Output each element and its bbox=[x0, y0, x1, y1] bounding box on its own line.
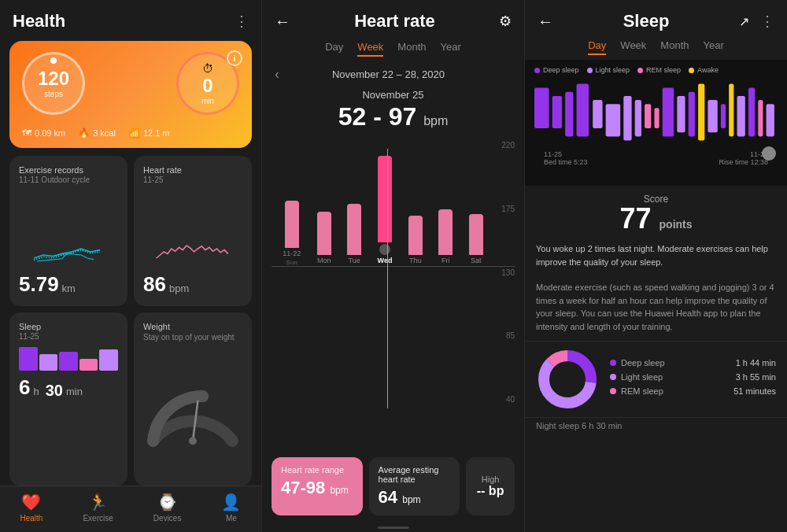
light-seg4 bbox=[635, 100, 641, 136]
weight-subtitle: Stay on top of your weight bbox=[143, 333, 242, 342]
rem-seg3 bbox=[758, 100, 763, 136]
sleep-bars-mini bbox=[19, 347, 118, 371]
sleep-tab-week[interactable]: Week bbox=[620, 39, 646, 55]
hr-high-value: -- bp bbox=[477, 484, 504, 498]
score-value: 77 points bbox=[536, 205, 776, 233]
hr-unit: bpm bbox=[169, 283, 189, 294]
tab-day[interactable]: Day bbox=[325, 41, 343, 57]
sleep-tab-year[interactable]: Year bbox=[703, 39, 723, 55]
sleep-tab-month[interactable]: Month bbox=[660, 39, 689, 55]
legend-rem-label: REM sleep bbox=[646, 66, 681, 74]
hr-bar-thu-bar bbox=[408, 216, 423, 255]
deep-sleep-bar bbox=[19, 347, 38, 371]
hr-avg-card-title: Average resting heart rate bbox=[379, 465, 451, 484]
nav-me[interactable]: 👤 Me bbox=[221, 493, 241, 523]
date-nav: ‹ November 22 – 28, 2020 bbox=[262, 63, 524, 86]
health-header: Health ⋮ bbox=[0, 0, 261, 38]
deep-seg8 bbox=[748, 88, 755, 137]
stage-deep-dot bbox=[610, 360, 616, 366]
nav-devices[interactable]: ⌚ Devices bbox=[153, 493, 182, 523]
rise-time-date: 11-25 bbox=[719, 150, 768, 158]
health-title: Health bbox=[13, 11, 65, 31]
sleep-donut-chart bbox=[536, 348, 599, 411]
hr-label-wed: Wed bbox=[378, 257, 393, 264]
heart-rate-panel: ← Heart rate ⚙ Day Week Month Year ‹ Nov… bbox=[262, 0, 525, 532]
sleep-more-icon[interactable]: ⋮ bbox=[760, 13, 774, 30]
rem-bar bbox=[79, 359, 98, 371]
hr-label-tue: Tue bbox=[349, 257, 360, 264]
night-sleep-row: Night sleep 6 h 30 min bbox=[525, 417, 787, 434]
grid-label-85: 85 bbox=[501, 331, 515, 340]
hr-sublabel-sun: Sun bbox=[286, 259, 297, 266]
tab-month[interactable]: Month bbox=[397, 41, 426, 57]
awake-seg2 bbox=[729, 83, 733, 136]
deep-seg5 bbox=[663, 88, 674, 137]
deep-seg3 bbox=[565, 92, 573, 137]
sleep-h-unit: h bbox=[33, 386, 39, 397]
sleep-header: ← Sleep ↗ ⋮ bbox=[525, 0, 787, 38]
heart-rate-card[interactable]: Heart rate 11-25 86 bpm bbox=[134, 156, 252, 306]
hr-range-number: 47-98 bbox=[281, 478, 325, 497]
exercise-value-row: 5.79 km bbox=[19, 272, 118, 297]
deep-seg6 bbox=[689, 92, 695, 137]
tab-week[interactable]: Week bbox=[357, 41, 383, 57]
tab-year[interactable]: Year bbox=[440, 41, 460, 57]
hr-tab-row: Day Week Month Year bbox=[262, 38, 524, 63]
floors-value: 12.1 m bbox=[143, 128, 170, 138]
devices-nav-icon: ⌚ bbox=[157, 493, 177, 512]
hr-avg-card-unit: bpm bbox=[402, 494, 420, 505]
hr-bar-tue-bar bbox=[347, 204, 361, 255]
light-seg5 bbox=[677, 96, 685, 132]
sleep-description1: You woke up 2 times last night. Moderate… bbox=[525, 238, 787, 273]
sleep-minutes: 30 bbox=[46, 382, 63, 400]
hr-range-unit: bpm bbox=[423, 114, 448, 127]
legend-rem-sleep: REM sleep bbox=[637, 66, 681, 74]
activity-card-header: 120 steps ⏱ 0 min i bbox=[22, 52, 239, 115]
hr-bar-tue: Tue bbox=[347, 204, 361, 266]
hr-panel-title: Heart rate bbox=[354, 11, 435, 31]
nav-health[interactable]: ❤️ Health bbox=[20, 493, 43, 523]
me-nav-label: Me bbox=[226, 514, 237, 523]
sleep-tab-day[interactable]: Day bbox=[588, 39, 606, 55]
hr-value-row: 86 bpm bbox=[143, 272, 242, 297]
hr-card-date: 11-25 bbox=[143, 175, 242, 184]
hr-header: ← Heart rate ⚙ bbox=[262, 0, 524, 38]
stage-light-time: 3 h 55 min bbox=[736, 372, 776, 382]
legend-deep-sleep: Deep sleep bbox=[534, 66, 579, 74]
nav-exercise[interactable]: 🏃 Exercise bbox=[83, 493, 113, 523]
rem-seg2 bbox=[654, 108, 659, 128]
legend-awake-label: Awake bbox=[697, 66, 719, 74]
hr-avg-card-value: 64 bpm bbox=[379, 487, 451, 508]
bed-time-label: 11-25 Bed time 5:23 bbox=[544, 150, 588, 166]
sleep-header-right: ↗ ⋮ bbox=[739, 13, 774, 30]
score-unit: points bbox=[660, 218, 693, 231]
prev-date-button[interactable]: ‹ bbox=[275, 66, 279, 83]
timer-label: min bbox=[201, 97, 214, 105]
hr-bar-wed: Wed bbox=[378, 156, 393, 266]
floors-icon: 📶 bbox=[128, 127, 140, 139]
more-options-icon[interactable]: ⋮ bbox=[235, 13, 249, 30]
sleep-back-button[interactable]: ← bbox=[538, 13, 553, 31]
sleep-slider-handle[interactable] bbox=[762, 146, 776, 161]
info-icon[interactable]: i bbox=[227, 50, 242, 66]
weight-card[interactable]: Weight Stay on top of your weight bbox=[134, 312, 252, 486]
exercise-chart bbox=[19, 189, 118, 268]
exercise-nav-icon: 🏃 bbox=[88, 493, 108, 512]
hr-bars-chart: 11-22 Sun Mon Tue Wed bbox=[272, 141, 515, 267]
sleep-donut-section: Deep sleep 1 h 44 min Light sleep 3 h 55… bbox=[525, 341, 787, 417]
exercise-card[interactable]: Exercise records 11-11 Outdoor cycle 5.7… bbox=[9, 156, 127, 306]
sleep-legend: Deep sleep Light sleep REM sleep Awake bbox=[534, 66, 778, 74]
bed-time-date: 11-25 bbox=[544, 150, 588, 158]
weight-card-type: Weight bbox=[143, 322, 242, 331]
hr-bar-fri-bar bbox=[438, 209, 453, 255]
hr-bar-sat: Sat bbox=[469, 214, 483, 266]
sleep-card[interactable]: Sleep 11-25 6 h 30 min bbox=[9, 312, 127, 486]
hr-bottom-cards: Heart rate range 47-98 bpm Average resti… bbox=[262, 451, 524, 523]
back-button[interactable]: ← bbox=[275, 13, 290, 31]
share-icon[interactable]: ↗ bbox=[739, 14, 749, 29]
settings-icon[interactable]: ⚙ bbox=[499, 13, 512, 30]
legend-light-sleep: Light sleep bbox=[587, 66, 630, 74]
timer-icon: ⏱ bbox=[202, 62, 213, 75]
legend-light-dot bbox=[587, 68, 593, 73]
light-seg8 bbox=[767, 104, 774, 136]
